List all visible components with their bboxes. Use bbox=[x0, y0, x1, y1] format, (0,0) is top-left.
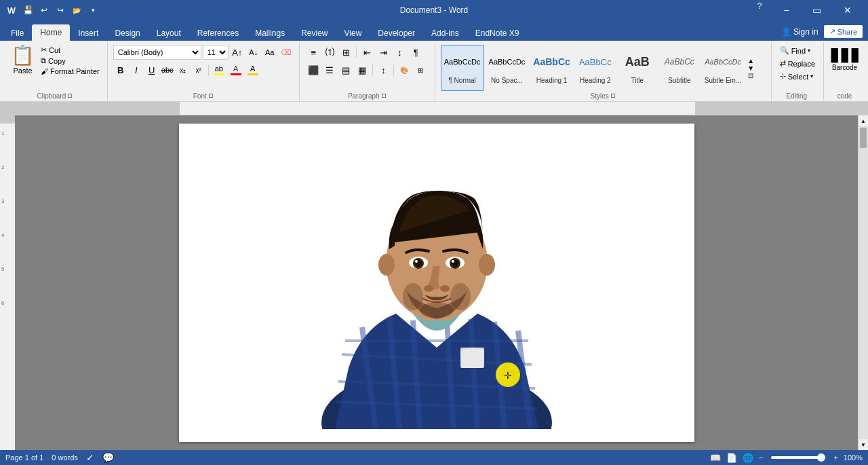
print-layout-icon[interactable]: 📄 bbox=[726, 453, 737, 463]
font-size-select[interactable]: 11 bbox=[203, 45, 229, 60]
shading-button[interactable]: A bbox=[245, 62, 261, 77]
sort-button[interactable]: ↕ bbox=[392, 45, 407, 60]
numbering-button[interactable]: ⑴ bbox=[322, 45, 337, 60]
strikethrough-button[interactable]: abc bbox=[160, 62, 175, 77]
restore-button[interactable]: ▭ bbox=[802, 0, 832, 20]
bullets-button[interactable]: ≡ bbox=[306, 45, 321, 60]
clipboard-label[interactable]: Clipboard ⧠ bbox=[37, 91, 73, 100]
cut-button[interactable]: ✂ Cut bbox=[39, 45, 102, 55]
replace-icon: ⇄ bbox=[780, 59, 786, 68]
text-highlight-button[interactable]: ab bbox=[211, 62, 227, 77]
find-button[interactable]: 🔍 Find ▾ bbox=[777, 45, 813, 56]
tab-review[interactable]: Review bbox=[293, 25, 336, 41]
style-subtle-em[interactable]: AaBbCcDc Subtle Em... bbox=[701, 45, 745, 91]
tab-insert[interactable]: Insert bbox=[70, 25, 106, 41]
svg-point-26 bbox=[424, 285, 433, 292]
style-heading2[interactable]: AaBbCc Heading 2 bbox=[575, 45, 616, 91]
svg-point-28 bbox=[403, 283, 423, 310]
replace-button[interactable]: ⇄ Replace bbox=[777, 58, 818, 69]
comments-icon[interactable]: 💬 bbox=[102, 452, 114, 463]
sign-in-button[interactable]: 👤 Sign in bbox=[781, 27, 818, 37]
shading-para-button[interactable]: 🎨 bbox=[397, 62, 412, 77]
styles-scroll-arrow[interactable]: ▲ ▼ ⊡ bbox=[746, 45, 755, 91]
align-left-button[interactable]: ⬛ bbox=[306, 62, 321, 77]
close-button[interactable]: ✕ bbox=[832, 0, 863, 20]
justify-button[interactable]: ▦ bbox=[355, 62, 370, 77]
styles-label[interactable]: Styles ⧠ bbox=[591, 91, 616, 100]
tab-references[interactable]: References bbox=[189, 25, 247, 41]
web-layout-icon[interactable]: 🌐 bbox=[743, 453, 753, 463]
document-page: ✛ bbox=[179, 124, 694, 442]
font-color-button[interactable]: A bbox=[228, 62, 244, 77]
scroll-up-icon: ▲ bbox=[747, 57, 754, 64]
multilevel-button[interactable]: ⊞ bbox=[338, 45, 353, 60]
document-scroll-area: ✛ bbox=[15, 115, 858, 450]
tab-mailings[interactable]: Mailings bbox=[247, 25, 293, 41]
paragraph-label[interactable]: Paragraph ⧠ bbox=[348, 91, 387, 100]
tab-endnote[interactable]: EndNote X9 bbox=[467, 25, 528, 41]
superscript-button[interactable]: x² bbox=[191, 62, 206, 77]
clear-formatting-button[interactable]: ⌫ bbox=[279, 45, 294, 60]
copy-button[interactable]: ⧉ Copy bbox=[39, 56, 102, 66]
barcode-button[interactable]: ▮▮▮ Barcode bbox=[829, 45, 860, 71]
tab-layout[interactable]: Layout bbox=[149, 25, 189, 41]
tab-add-ins[interactable]: Add-ins bbox=[423, 25, 467, 41]
editing-label[interactable]: Editing bbox=[787, 91, 809, 100]
underline-button[interactable]: U bbox=[144, 62, 159, 77]
tab-design[interactable]: Design bbox=[106, 25, 148, 41]
style-title[interactable]: AaB Title bbox=[617, 45, 658, 91]
svg-point-21 bbox=[415, 260, 418, 263]
select-button[interactable]: ⊹ Select ▾ bbox=[777, 71, 816, 82]
scroll-thumb[interactable] bbox=[860, 128, 867, 148]
grow-font-button[interactable]: A↑ bbox=[230, 45, 245, 60]
scroll-up-button[interactable]: ▲ bbox=[859, 115, 868, 126]
customize-qat-icon[interactable]: ▾ bbox=[87, 4, 99, 16]
zoom-out-icon[interactable]: − bbox=[759, 453, 763, 462]
increase-indent-button[interactable]: ⇥ bbox=[376, 45, 391, 60]
read-mode-icon[interactable]: 📖 bbox=[710, 453, 721, 463]
track-changes-icon[interactable]: ✓ bbox=[86, 452, 94, 463]
zoom-in-icon[interactable]: + bbox=[833, 453, 837, 462]
align-center-button[interactable]: ☰ bbox=[322, 62, 337, 77]
italic-button[interactable]: I bbox=[129, 62, 144, 77]
title-bar: W 💾 ↩ ↪ 📂 ▾ Document3 - Word ? − ▭ ✕ bbox=[0, 0, 868, 20]
tab-view[interactable]: View bbox=[336, 25, 370, 41]
save-icon[interactable]: 💾 bbox=[22, 4, 34, 16]
find-dropdown-icon: ▾ bbox=[808, 48, 810, 54]
paste-button[interactable]: 📋 Paste bbox=[8, 45, 37, 76]
shrink-font-button[interactable]: A↓ bbox=[246, 45, 261, 60]
help-icon[interactable]: ? bbox=[753, 0, 766, 12]
bold-button[interactable]: B bbox=[113, 62, 128, 77]
font-name-select[interactable]: Calibri (Body) bbox=[113, 45, 201, 60]
minimize-button[interactable]: − bbox=[771, 0, 802, 20]
line-spacing-button[interactable]: ↕ bbox=[376, 62, 391, 77]
vertical-scrollbar[interactable]: ▲ ▼ bbox=[858, 115, 868, 450]
tab-file[interactable]: File bbox=[3, 25, 32, 41]
svg-point-29 bbox=[450, 283, 471, 310]
scroll-down-button[interactable]: ▼ bbox=[859, 439, 868, 450]
decrease-indent-button[interactable]: ⇤ bbox=[359, 45, 374, 60]
borders-button[interactable]: ⊞ bbox=[413, 62, 428, 77]
change-case-button[interactable]: Aa bbox=[262, 45, 277, 60]
share-button[interactable]: ↗ Share bbox=[824, 25, 863, 38]
clipboard-content: 📋 Paste ✂ Cut ⧉ Copy 🖌 Format Painter bbox=[8, 45, 102, 91]
style-heading1[interactable]: AaBbCc Heading 1 bbox=[530, 45, 573, 91]
show-formatting-button[interactable]: ¶ bbox=[408, 45, 423, 60]
tab-developer[interactable]: Developer bbox=[370, 25, 423, 41]
scroll-track[interactable] bbox=[859, 126, 868, 439]
redo-icon[interactable]: ↪ bbox=[54, 4, 66, 16]
tab-home[interactable]: Home bbox=[32, 24, 70, 41]
subscript-button[interactable]: x₂ bbox=[176, 62, 191, 77]
style-subtitle[interactable]: AaBbCc Subtitle bbox=[659, 45, 700, 91]
style-no-spacing[interactable]: AaBbCcDc No Spac... bbox=[486, 45, 529, 91]
paragraph-content: ≡ ⑴ ⊞ ⇤ ⇥ ↕ ¶ ⬛ ☰ ▤ ▦ ↕ 🎨 ⊞ bbox=[306, 45, 428, 91]
status-left: Page 1 of 1 0 words ✓ 💬 bbox=[5, 452, 114, 463]
format-painter-button[interactable]: 🖌 Format Painter bbox=[39, 67, 102, 76]
style-normal[interactable]: AaBbCcDc ¶ Normal bbox=[441, 45, 484, 91]
zoom-slider[interactable] bbox=[771, 456, 825, 459]
undo-icon[interactable]: ↩ bbox=[38, 4, 50, 16]
align-right-button[interactable]: ▤ bbox=[338, 62, 353, 77]
code-label[interactable]: code bbox=[837, 91, 852, 100]
font-label[interactable]: Font ⧠ bbox=[193, 91, 214, 100]
open-icon[interactable]: 📂 bbox=[71, 4, 83, 16]
